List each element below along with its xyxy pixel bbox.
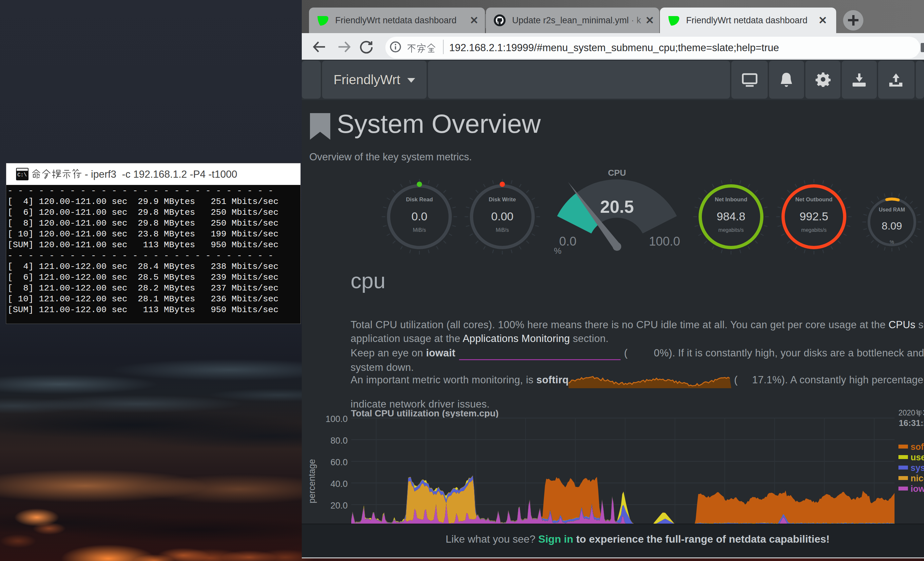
svg-text:C:\: C:\ (17, 172, 27, 178)
